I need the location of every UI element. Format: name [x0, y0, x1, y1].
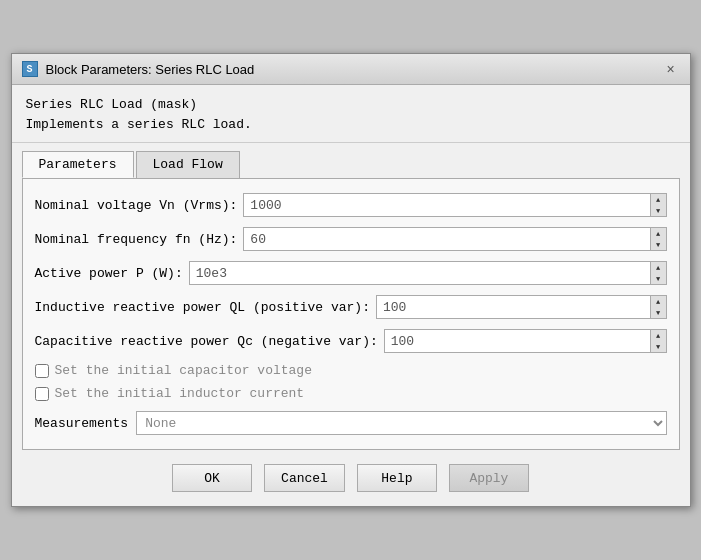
- nominal-voltage-row: Nominal voltage Vn (Vrms): ▲ ▼: [35, 193, 667, 217]
- nominal-frequency-input[interactable]: [243, 227, 650, 251]
- nominal-frequency-input-wrapper: ▲ ▼: [243, 227, 666, 251]
- inductive-power-spinner[interactable]: ▲ ▼: [651, 295, 667, 319]
- inductive-power-row: Inductive reactive power QL (positive va…: [35, 295, 667, 319]
- nominal-voltage-label: Nominal voltage Vn (Vrms):: [35, 198, 244, 213]
- title-bar-left: S Block Parameters: Series RLC Load: [22, 61, 255, 77]
- description-area: Series RLC Load (mask) Implements a seri…: [12, 85, 690, 143]
- tab-parameters[interactable]: Parameters: [22, 151, 134, 178]
- active-power-input-wrapper: ▲ ▼: [189, 261, 667, 285]
- tabs-row: Parameters Load Flow: [12, 143, 690, 178]
- initial-capacitor-checkbox[interactable]: [35, 364, 49, 378]
- initial-inductor-row: Set the initial inductor current: [35, 386, 667, 401]
- nominal-frequency-spinner-up[interactable]: ▲: [651, 228, 666, 239]
- dialog-icon: S: [22, 61, 38, 77]
- active-power-spinner[interactable]: ▲ ▼: [651, 261, 667, 285]
- initial-inductor-label: Set the initial inductor current: [55, 386, 305, 401]
- measurements-select[interactable]: None Voltage Current Voltage and current: [136, 411, 666, 435]
- nominal-voltage-spinner[interactable]: ▲ ▼: [651, 193, 667, 217]
- description-line1: Series RLC Load (mask): [26, 95, 676, 115]
- capacitive-power-input[interactable]: [384, 329, 651, 353]
- cancel-button[interactable]: Cancel: [264, 464, 345, 492]
- initial-inductor-checkbox[interactable]: [35, 387, 49, 401]
- capacitive-power-input-wrapper: ▲ ▼: [384, 329, 667, 353]
- dialog-title: Block Parameters: Series RLC Load: [46, 62, 255, 77]
- nominal-frequency-spinner[interactable]: ▲ ▼: [651, 227, 667, 251]
- tab-content-parameters: Nominal voltage Vn (Vrms): ▲ ▼ Nominal f…: [22, 178, 680, 450]
- inductive-power-spinner-down[interactable]: ▼: [651, 307, 666, 318]
- initial-capacitor-label: Set the initial capacitor voltage: [55, 363, 312, 378]
- capacitive-power-label: Capacitive reactive power Qc (negative v…: [35, 334, 384, 349]
- active-power-label: Active power P (W):: [35, 266, 189, 281]
- block-parameters-dialog: S Block Parameters: Series RLC Load × Se…: [11, 53, 691, 507]
- ok-button[interactable]: OK: [172, 464, 252, 492]
- measurements-label: Measurements: [35, 416, 129, 431]
- capacitive-power-spinner-down[interactable]: ▼: [651, 341, 666, 352]
- inductive-power-label: Inductive reactive power QL (positive va…: [35, 300, 376, 315]
- active-power-spinner-down[interactable]: ▼: [651, 273, 666, 284]
- active-power-input[interactable]: [189, 261, 651, 285]
- inductive-power-input[interactable]: [376, 295, 651, 319]
- close-button[interactable]: ×: [662, 60, 680, 78]
- nominal-voltage-spinner-up[interactable]: ▲: [651, 194, 666, 205]
- inductive-power-spinner-up[interactable]: ▲: [651, 296, 666, 307]
- help-button[interactable]: Help: [357, 464, 437, 492]
- active-power-row: Active power P (W): ▲ ▼: [35, 261, 667, 285]
- capacitive-power-spinner[interactable]: ▲ ▼: [651, 329, 667, 353]
- tab-load-flow[interactable]: Load Flow: [136, 151, 240, 178]
- capacitive-power-row: Capacitive reactive power Qc (negative v…: [35, 329, 667, 353]
- button-row: OK Cancel Help Apply: [12, 450, 690, 506]
- measurements-row: Measurements None Voltage Current Voltag…: [35, 411, 667, 435]
- title-bar: S Block Parameters: Series RLC Load ×: [12, 54, 690, 85]
- nominal-voltage-spinner-down[interactable]: ▼: [651, 205, 666, 216]
- nominal-voltage-input[interactable]: [243, 193, 650, 217]
- nominal-voltage-input-wrapper: ▲ ▼: [243, 193, 666, 217]
- nominal-frequency-row: Nominal frequency fn (Hz): ▲ ▼: [35, 227, 667, 251]
- inductive-power-input-wrapper: ▲ ▼: [376, 295, 667, 319]
- initial-capacitor-row: Set the initial capacitor voltage: [35, 363, 667, 378]
- dialog-body: Series RLC Load (mask) Implements a seri…: [12, 85, 690, 506]
- description-line2: Implements a series RLC load.: [26, 115, 676, 135]
- active-power-spinner-up[interactable]: ▲: [651, 262, 666, 273]
- apply-button[interactable]: Apply: [449, 464, 529, 492]
- capacitive-power-spinner-up[interactable]: ▲: [651, 330, 666, 341]
- nominal-frequency-spinner-down[interactable]: ▼: [651, 239, 666, 250]
- nominal-frequency-label: Nominal frequency fn (Hz):: [35, 232, 244, 247]
